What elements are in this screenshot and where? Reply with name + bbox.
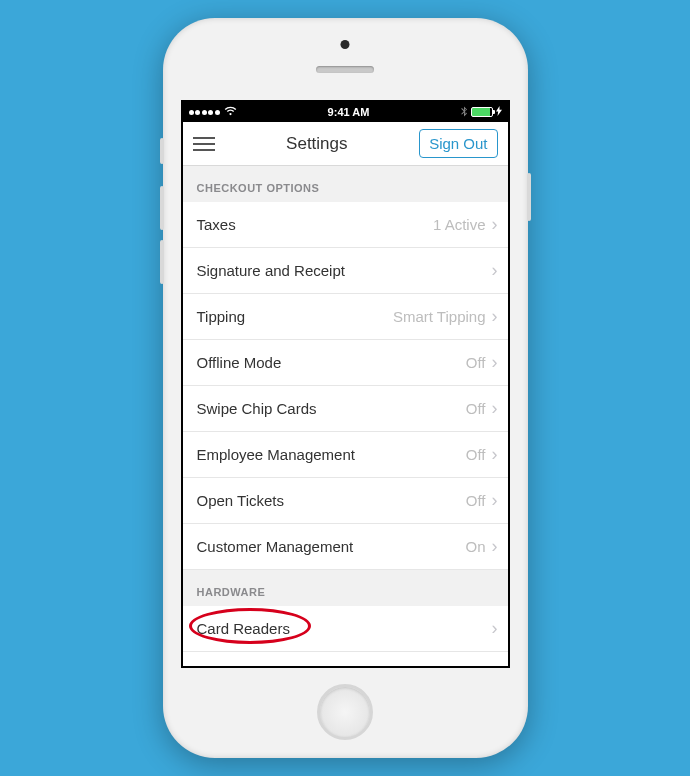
chevron-right-icon: ›	[492, 536, 498, 557]
row-label: Customer Management	[197, 538, 354, 555]
status-right	[461, 106, 502, 119]
row-value: Smart Tipping	[393, 308, 486, 325]
row-card-readers[interactable]: Card Readers ›	[183, 606, 508, 652]
volume-up-button	[160, 186, 164, 230]
row-label: Employee Management	[197, 446, 355, 463]
row-value: Off	[466, 354, 486, 371]
settings-list[interactable]: CHECKOUT OPTIONS Taxes 1 Active › Signat…	[183, 166, 508, 666]
row-offline-mode[interactable]: Offline Mode Off ›	[183, 340, 508, 386]
row-customer-management[interactable]: Customer Management On ›	[183, 524, 508, 570]
row-value: Off	[466, 492, 486, 509]
speaker-grille	[316, 66, 374, 73]
row-signature-receipt[interactable]: Signature and Receipt ›	[183, 248, 508, 294]
chevron-right-icon: ›	[492, 444, 498, 465]
signal-strength-icon	[189, 110, 220, 115]
row-taxes[interactable]: Taxes 1 Active ›	[183, 202, 508, 248]
chevron-right-icon: ›	[492, 618, 498, 639]
silent-switch	[160, 138, 164, 164]
row-label: Taxes	[197, 216, 236, 233]
screen: 9:41 AM Settings Sign Out CHECKOUT OPTIO…	[181, 100, 510, 668]
chevron-right-icon: ›	[492, 664, 498, 666]
chevron-right-icon: ›	[492, 490, 498, 511]
status-left	[189, 106, 237, 118]
row-value: Off	[466, 400, 486, 417]
row-value: Off	[466, 446, 486, 463]
row-value: 1 Active	[433, 216, 486, 233]
chevron-right-icon: ›	[492, 306, 498, 327]
row-swipe-chip-cards[interactable]: Swipe Chip Cards Off ›	[183, 386, 508, 432]
row-label: Open Tickets	[197, 492, 285, 509]
menu-icon[interactable]	[193, 137, 215, 151]
volume-down-button	[160, 240, 164, 284]
row-employee-management[interactable]: Employee Management Off ›	[183, 432, 508, 478]
nav-bar: Settings Sign Out	[183, 122, 508, 166]
row-open-tickets[interactable]: Open Tickets Off ›	[183, 478, 508, 524]
bluetooth-icon	[461, 106, 467, 119]
wifi-icon	[224, 106, 237, 118]
row-label: Card Readers	[197, 620, 290, 637]
row-label: Signature and Receipt	[197, 262, 345, 279]
section-header-hardware: HARDWARE	[183, 570, 508, 606]
row-printers[interactable]: Printers ›	[183, 652, 508, 666]
status-bar: 9:41 AM	[183, 102, 508, 122]
chevron-right-icon: ›	[492, 214, 498, 235]
page-title: Settings	[286, 134, 347, 154]
chevron-right-icon: ›	[492, 352, 498, 373]
section-header-checkout: CHECKOUT OPTIONS	[183, 166, 508, 202]
status-time: 9:41 AM	[328, 106, 370, 118]
chevron-right-icon: ›	[492, 398, 498, 419]
battery-icon	[471, 107, 493, 117]
chevron-right-icon: ›	[492, 260, 498, 281]
row-label: Tipping	[197, 308, 246, 325]
row-tipping[interactable]: Tipping Smart Tipping ›	[183, 294, 508, 340]
front-camera	[341, 40, 350, 49]
row-value: On	[465, 538, 485, 555]
row-label: Swipe Chip Cards	[197, 400, 317, 417]
row-label: Offline Mode	[197, 354, 282, 371]
sign-out-button[interactable]: Sign Out	[419, 129, 497, 158]
home-button[interactable]	[317, 684, 373, 740]
charging-icon	[496, 106, 502, 118]
power-button	[527, 173, 531, 221]
iphone-device-frame: 9:41 AM Settings Sign Out CHECKOUT OPTIO…	[163, 18, 528, 758]
